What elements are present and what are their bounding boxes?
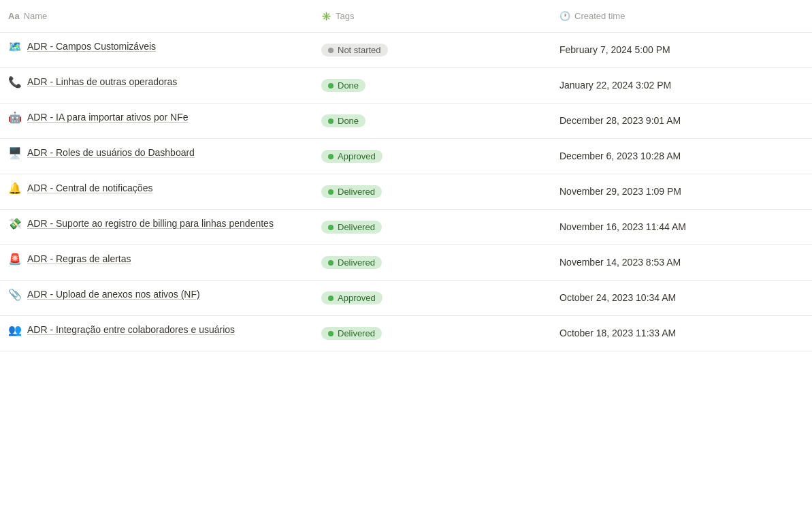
created-time-cell: December 6, 2023 10:28 AM <box>551 139 812 174</box>
tag-badge: Approved <box>321 150 383 163</box>
name-cell: 🖥️ ADR - Roles de usuários do Dashboard <box>0 139 313 174</box>
tags-cell: Done <box>313 104 551 138</box>
created-time-value: October 24, 2023 10:34 AM <box>559 291 676 305</box>
created-time-cell: November 29, 2023 1:09 PM <box>551 174 812 209</box>
name-cell: 📞 ADR - Linhas de outras operadoras <box>0 68 313 103</box>
tags-header-label: Tags <box>336 11 354 21</box>
row-name[interactable]: ADR - Integração entre colaboradores e u… <box>27 323 235 337</box>
tag-label: Delivered <box>338 257 375 268</box>
tags-column-header: ✳️ Tags <box>313 5 551 27</box>
row-icon: 💸 <box>8 217 22 230</box>
tag-dot <box>328 225 334 230</box>
created-time-value: October 18, 2023 11:33 AM <box>559 326 676 340</box>
tag-badge: Done <box>321 79 366 92</box>
name-cell: 👥 ADR - Integração entre colaboradores e… <box>0 316 313 351</box>
table-row[interactable]: 🔔 ADR - Central de notificações Delivere… <box>0 174 812 210</box>
created-time-value: December 6, 2023 10:28 AM <box>559 149 681 163</box>
row-icon: 🗺️ <box>8 40 22 53</box>
row-name[interactable]: ADR - Suporte ao registro de billing par… <box>27 217 274 231</box>
row-icon: 🚨 <box>8 253 22 266</box>
tag-badge: Delivered <box>321 221 382 234</box>
created-time-value: February 7, 2024 5:00 PM <box>559 43 670 57</box>
tag-dot <box>328 331 334 336</box>
row-icon: 🔔 <box>8 182 22 195</box>
tags-cell: Delivered <box>313 210 551 244</box>
tag-label: Done <box>338 116 359 126</box>
table-row[interactable]: 🤖 ADR - IA para importar ativos por NFe … <box>0 104 812 139</box>
tag-badge: Not started <box>321 44 388 57</box>
name-cell: 💸 ADR - Suporte ao registro de billing p… <box>0 210 313 244</box>
tag-badge: Approved <box>321 291 383 304</box>
table-row[interactable]: 💸 ADR - Suporte ao registro de billing p… <box>0 210 812 245</box>
tag-label: Not started <box>338 45 381 55</box>
created-time-value: November 14, 2023 8:53 AM <box>559 255 681 270</box>
row-name[interactable]: ADR - Upload de anexos nos ativos (NF) <box>27 287 200 302</box>
tag-badge: Delivered <box>321 327 382 340</box>
tag-label: Done <box>338 80 359 91</box>
table-row[interactable]: 👥 ADR - Integração entre colaboradores e… <box>0 316 812 351</box>
table-row[interactable]: 🚨 ADR - Regras de alertas Delivered Nove… <box>0 245 812 281</box>
table-row[interactable]: 🖥️ ADR - Roles de usuários do Dashboard … <box>0 139 812 174</box>
row-icon: 🖥️ <box>8 146 22 159</box>
row-name[interactable]: ADR - Central de notificações <box>27 181 152 195</box>
table-body: 🗺️ ADR - Campos Customizáveis Not starte… <box>0 33 812 351</box>
name-header-icon: Aa <box>8 11 20 21</box>
tag-badge: Done <box>321 114 366 127</box>
row-name[interactable]: ADR - Roles de usuários do Dashboard <box>27 146 195 160</box>
created-time-cell: November 14, 2023 8:53 AM <box>551 245 812 280</box>
tags-cell: Delivered <box>313 316 551 351</box>
tags-cell: Not started <box>313 33 551 67</box>
row-name[interactable]: ADR - Linhas de outras operadoras <box>27 75 177 89</box>
created-time-header-label: Created time <box>574 11 625 21</box>
created-time-value: November 29, 2023 1:09 PM <box>559 185 681 199</box>
name-cell: 🤖 ADR - IA para importar ativos por NFe <box>0 104 313 138</box>
created-time-cell: January 22, 2024 3:02 PM <box>551 68 812 103</box>
created-time-column-header: 🕐 Created time <box>551 5 812 27</box>
tag-label: Delivered <box>338 187 375 197</box>
name-cell: 📎 ADR - Upload de anexos nos ativos (NF) <box>0 281 313 315</box>
row-icon: 🤖 <box>8 111 22 124</box>
name-header-label: Name <box>24 11 48 21</box>
tag-dot <box>328 154 334 159</box>
created-time-value: November 16, 2023 11:44 AM <box>559 220 686 234</box>
created-time-cell: October 24, 2023 10:34 AM <box>551 281 812 315</box>
created-time-cell: December 28, 2023 9:01 AM <box>551 104 812 138</box>
tag-dot <box>328 83 334 89</box>
tags-header-icon: ✳️ <box>321 12 331 21</box>
row-name[interactable]: ADR - Campos Customizáveis <box>27 39 156 54</box>
tag-badge: Delivered <box>321 185 382 198</box>
table-row[interactable]: 🗺️ ADR - Campos Customizáveis Not starte… <box>0 33 812 68</box>
tag-label: Approved <box>338 293 376 303</box>
name-cell: 🔔 ADR - Central de notificações <box>0 174 313 209</box>
tag-label: Delivered <box>338 222 375 232</box>
tag-dot <box>328 296 334 301</box>
name-cell: 🚨 ADR - Regras de alertas <box>0 245 313 280</box>
tag-dot <box>328 260 334 266</box>
tags-cell: Done <box>313 68 551 103</box>
row-icon: 📎 <box>8 288 22 301</box>
row-name[interactable]: ADR - Regras de alertas <box>27 252 131 266</box>
created-time-cell: February 7, 2024 5:00 PM <box>551 33 812 67</box>
table-row[interactable]: 📞 ADR - Linhas de outras operadoras Done… <box>0 68 812 104</box>
row-icon: 📞 <box>8 76 22 89</box>
tag-badge: Delivered <box>321 256 382 269</box>
tag-dot <box>328 48 334 53</box>
name-cell: 🗺️ ADR - Campos Customizáveis <box>0 33 313 67</box>
tags-cell: Approved <box>313 139 551 174</box>
time-header-icon: 🕐 <box>559 11 570 21</box>
table-row[interactable]: 📎 ADR - Upload de anexos nos ativos (NF)… <box>0 281 812 316</box>
row-name[interactable]: ADR - IA para importar ativos por NFe <box>27 110 189 125</box>
tags-cell: Delivered <box>313 174 551 209</box>
tag-label: Delivered <box>338 328 375 338</box>
tag-dot <box>328 189 334 195</box>
tags-cell: Approved <box>313 281 551 315</box>
table-header: Aa Name ✳️ Tags 🕐 Created time <box>0 0 812 33</box>
created-time-value: January 22, 2024 3:02 PM <box>559 78 671 93</box>
tags-cell: Delivered <box>313 245 551 280</box>
tag-dot <box>328 118 334 124</box>
created-time-cell: October 18, 2023 11:33 AM <box>551 316 812 351</box>
name-column-header: Aa Name <box>0 5 313 27</box>
created-time-value: December 28, 2023 9:01 AM <box>559 114 681 128</box>
tag-label: Approved <box>338 151 376 161</box>
row-icon: 👥 <box>8 323 22 336</box>
